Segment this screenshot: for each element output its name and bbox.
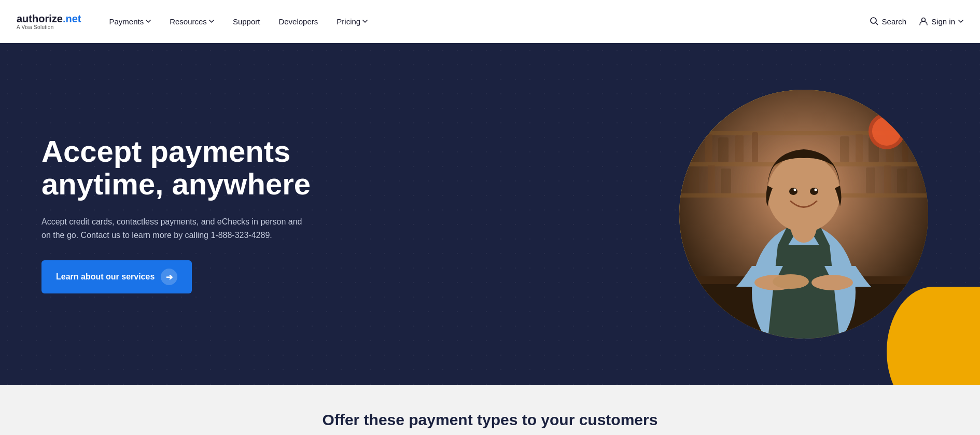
svg-point-34 xyxy=(773,274,809,289)
svg-point-28 xyxy=(789,188,797,195)
nav-links: Payments Resources Support Developers Pr… xyxy=(102,13,869,30)
brand-logo[interactable]: authorize.net A Visa Solution xyxy=(17,13,81,30)
hero-portrait-circle xyxy=(679,90,928,339)
svg-rect-11 xyxy=(752,132,758,162)
svg-rect-20 xyxy=(866,167,875,193)
hero-content: Accept payments anytime, anywhere Accept… xyxy=(41,135,363,294)
svg-point-31 xyxy=(815,189,817,191)
svg-rect-13 xyxy=(856,134,863,162)
svg-rect-21 xyxy=(884,165,891,193)
chevron-down-icon xyxy=(362,19,368,24)
nav-item-developers[interactable]: Developers xyxy=(271,13,325,30)
hero-image-area xyxy=(679,90,928,339)
nav-item-payments[interactable]: Payments xyxy=(102,13,158,30)
svg-point-30 xyxy=(794,189,796,191)
svg-point-36 xyxy=(872,117,901,146)
hero-description: Accept credit cards, contactless payment… xyxy=(41,215,311,242)
user-icon xyxy=(919,17,928,26)
learn-services-button[interactable]: Learn about our services ➔ xyxy=(41,260,192,293)
nav-item-support[interactable]: Support xyxy=(226,13,268,30)
svg-rect-18 xyxy=(708,165,715,193)
svg-rect-17 xyxy=(690,167,699,193)
svg-rect-8 xyxy=(705,134,712,162)
svg-rect-19 xyxy=(721,169,731,193)
payment-types-title: Offer these payment types to your custom… xyxy=(21,411,959,429)
chevron-down-icon xyxy=(209,19,214,24)
svg-rect-9 xyxy=(718,137,729,162)
brand-authorize: authorize xyxy=(17,13,63,24)
hero-title: Accept payments anytime, anywhere xyxy=(41,135,363,201)
brand-tagline: A Visa Solution xyxy=(17,24,81,30)
svg-point-27 xyxy=(767,155,840,232)
svg-rect-12 xyxy=(840,136,849,162)
brand-name: authorize.net xyxy=(17,13,81,24)
svg-point-29 xyxy=(810,188,818,195)
chevron-down-icon xyxy=(958,19,963,24)
nav-item-resources[interactable]: Resources xyxy=(162,13,221,30)
chevron-down-icon xyxy=(146,19,151,24)
nav-item-pricing[interactable]: Pricing xyxy=(329,13,375,30)
arrow-right-icon: ➔ xyxy=(161,269,177,285)
nav-right: Search Sign in xyxy=(870,17,963,26)
search-button[interactable]: Search xyxy=(870,17,907,26)
svg-rect-16 xyxy=(902,132,908,162)
search-icon xyxy=(870,17,879,26)
person-illustration xyxy=(679,90,928,339)
signin-button[interactable]: Sign in xyxy=(919,17,963,26)
hero-section: Accept payments anytime, anywhere Accept… xyxy=(0,43,980,385)
brand-net: net xyxy=(65,13,81,24)
bottom-section: Offer these payment types to your custom… xyxy=(0,385,980,435)
svg-rect-10 xyxy=(735,135,744,162)
navigation: authorize.net A Visa Solution Payments R… xyxy=(0,0,980,43)
svg-rect-7 xyxy=(690,136,699,162)
svg-point-33 xyxy=(811,275,853,290)
svg-rect-22 xyxy=(897,169,907,193)
